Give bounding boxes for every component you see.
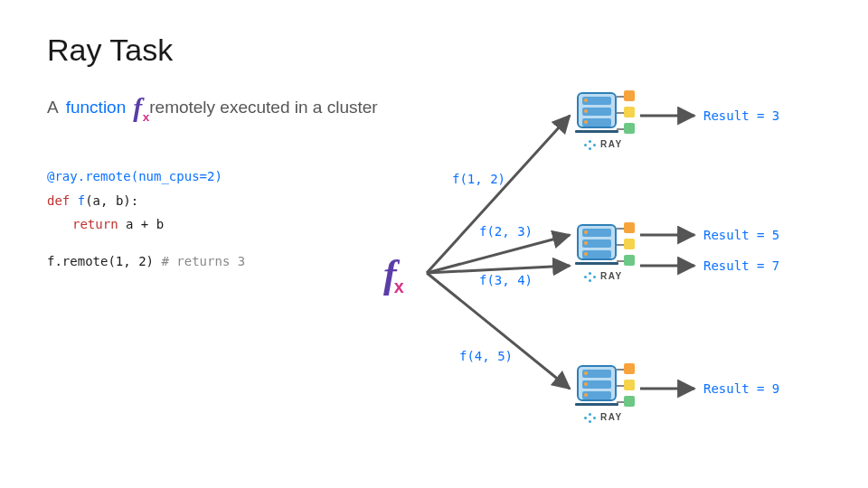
code-return-keyword: return: [47, 217, 118, 231]
call-label-4: f(4, 5): [459, 349, 513, 363]
fx-icon: f x: [133, 94, 142, 121]
code-snippet: @ray.remote(num_cpus=2) def f(a, b): ret…: [47, 164, 245, 273]
call-label-3: f(3, 4): [479, 273, 533, 287]
result-3: Result = 7: [703, 258, 779, 273]
code-return-expr: a + b: [126, 217, 164, 231]
server-icon: [577, 365, 617, 401]
cluster-node-2: RAY: [577, 219, 631, 273]
cluster-node-1: RAY: [577, 87, 631, 141]
fx-x-glyph: x: [394, 278, 404, 296]
subtitle-a: A: [47, 98, 59, 117]
subtitle-function-word: function: [66, 98, 127, 117]
code-params: (a, b):: [85, 193, 138, 208]
svg-line-0: [427, 116, 570, 273]
cluster-diagram: f x f(1, 2) f(2, 3) f(3, 4) f(4, 5) RAY …: [344, 63, 859, 461]
code-def-keyword: def: [47, 193, 70, 208]
ray-logo: RAY: [584, 139, 623, 149]
ray-logo: RAY: [584, 412, 623, 422]
fx-x-glyph: x: [143, 111, 150, 124]
fx-f-glyph: f: [133, 92, 142, 122]
result-2: Result = 5: [703, 228, 779, 242]
code-call: f.remote(1, 2): [47, 254, 154, 268]
code-decorator: @ray.remote(num_cpus=2): [47, 169, 222, 183]
call-label-2: f(2, 3): [479, 224, 533, 239]
fx-icon-origin: f x: [383, 255, 397, 295]
ray-logo: RAY: [584, 271, 623, 281]
result-4: Result = 9: [703, 381, 779, 396]
server-icon: [577, 92, 617, 128]
page-title: Ray Task: [47, 33, 173, 68]
subtitle: A function f x remotely executed in a cl…: [47, 94, 378, 121]
call-label-1: f(1, 2): [452, 172, 505, 186]
server-icon: [577, 224, 617, 260]
svg-line-3: [427, 273, 570, 389]
cluster-node-3: RAY: [577, 360, 631, 414]
code-comment: # returns 3: [161, 254, 245, 268]
code-fn-name: f: [78, 193, 85, 208]
result-1: Result = 3: [703, 108, 779, 123]
